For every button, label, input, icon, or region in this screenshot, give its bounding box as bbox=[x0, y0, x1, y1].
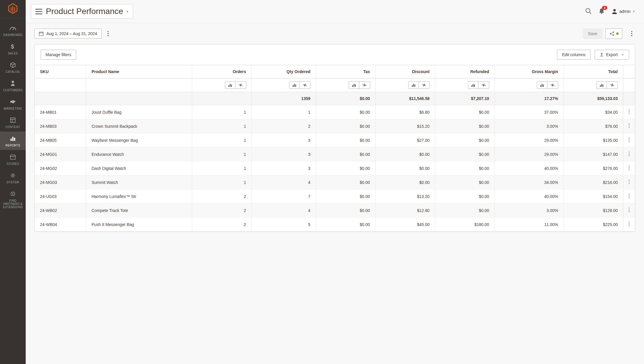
cell-name: Wayfarer Messenger Bag bbox=[86, 133, 192, 147]
svg-rect-2 bbox=[11, 118, 15, 123]
sidebar-item-system[interactable]: SYSTEM bbox=[0, 168, 26, 187]
compare-icon[interactable] bbox=[607, 82, 617, 89]
row-kebab-icon[interactable] bbox=[629, 152, 630, 157]
svg-point-10 bbox=[586, 8, 590, 13]
svg-point-75 bbox=[629, 223, 630, 225]
sidebar-item-sales[interactable]: $ SALES bbox=[0, 39, 26, 58]
cell-total: $154.00 bbox=[563, 189, 623, 203]
cell-refunded: $0.00 bbox=[435, 133, 494, 147]
sidebar-item-content[interactable]: CONTENT bbox=[0, 113, 26, 132]
col-discount[interactable]: Discount bbox=[375, 65, 435, 78]
cell-name: Dash Digital Watch bbox=[86, 161, 192, 175]
svg-point-21 bbox=[610, 33, 611, 34]
magento-logo[interactable] bbox=[0, 4, 26, 18]
totals-margin: 17.27% bbox=[494, 92, 563, 105]
manage-filters-button[interactable]: Manage filters bbox=[41, 50, 76, 60]
svg-rect-46 bbox=[543, 84, 544, 87]
svg-rect-14 bbox=[39, 32, 43, 36]
bar-chart-icon[interactable] bbox=[289, 82, 299, 89]
notifications-icon[interactable]: 3 bbox=[598, 8, 605, 15]
compare-icon[interactable] bbox=[299, 82, 310, 89]
svg-point-59 bbox=[629, 151, 630, 153]
cell-sku: 24-MB05 bbox=[35, 133, 86, 147]
svg-rect-42 bbox=[473, 84, 473, 87]
col-sku[interactable]: SKU bbox=[35, 65, 86, 78]
bar-chart-icon[interactable] bbox=[225, 82, 235, 89]
bar-chart-icon[interactable] bbox=[468, 82, 478, 89]
sidebar-item-marketing[interactable]: MARKETING bbox=[0, 95, 26, 113]
compare-icon[interactable] bbox=[359, 82, 370, 89]
svg-point-28 bbox=[631, 35, 632, 36]
row-kebab-icon[interactable] bbox=[629, 222, 630, 227]
row-kebab-icon[interactable] bbox=[629, 194, 630, 199]
chart-toggle[interactable] bbox=[289, 81, 310, 89]
chart-toggle[interactable] bbox=[225, 81, 246, 89]
sidebar-item-customers[interactable]: CUSTOMERS bbox=[0, 76, 26, 95]
cell-orders: 1 bbox=[192, 105, 251, 119]
cell-qty: 4 bbox=[251, 203, 316, 218]
kebab-icon[interactable] bbox=[628, 29, 635, 38]
export-button[interactable]: Export ▼ bbox=[595, 50, 629, 60]
row-kebab-icon[interactable] bbox=[629, 110, 630, 115]
bar-chart-icon[interactable] bbox=[597, 82, 607, 89]
sidebar-item-catalog[interactable]: CATALOG bbox=[0, 58, 26, 76]
save-button[interactable]: Save bbox=[583, 28, 603, 39]
sidebar-item-stores[interactable]: STORES bbox=[0, 150, 26, 168]
row-kebab-icon[interactable] bbox=[629, 138, 630, 143]
hamburger-icon[interactable] bbox=[35, 8, 42, 15]
col-orders[interactable]: Orders bbox=[192, 65, 251, 78]
report-toolbar: Aug 1, 2024 – Aug 31, 2024 Save bbox=[26, 23, 644, 44]
kebab-icon[interactable] bbox=[105, 29, 112, 38]
edit-columns-button[interactable]: Edit columns bbox=[557, 50, 590, 60]
row-kebab-icon[interactable] bbox=[629, 124, 630, 129]
sidebar-item-reports[interactable]: REPORTS bbox=[0, 132, 26, 150]
share-button[interactable] bbox=[605, 28, 622, 39]
cell-margin: 40.00% bbox=[494, 161, 563, 175]
col-margin[interactable]: Gross Margin bbox=[494, 65, 563, 78]
compare-icon[interactable] bbox=[235, 82, 246, 89]
page-title-dropdown[interactable]: Product Performance ▼ bbox=[31, 4, 133, 19]
calendar-icon bbox=[39, 31, 44, 36]
svg-rect-33 bbox=[294, 84, 295, 87]
col-tax[interactable]: Tax bbox=[316, 65, 375, 78]
col-total[interactable]: Total bbox=[563, 65, 623, 78]
sidebar-item-partners[interactable]: FIND PARTNERS & EXTENSIONS bbox=[0, 187, 26, 212]
cell-margin: 37.00% bbox=[494, 105, 563, 119]
cell-discount: $27.00 bbox=[375, 133, 435, 147]
cell-total: $216.00 bbox=[563, 175, 623, 189]
cell-total: $147.00 bbox=[563, 147, 623, 161]
col-qty[interactable]: Qty Ordered bbox=[251, 65, 316, 78]
cell-discount: $0.00 bbox=[375, 147, 435, 161]
bar-chart-icon[interactable] bbox=[537, 82, 547, 89]
col-name[interactable]: Product Name bbox=[86, 65, 192, 78]
dashboard-icon bbox=[1, 24, 25, 32]
svg-point-60 bbox=[629, 153, 630, 154]
svg-point-61 bbox=[629, 155, 630, 156]
svg-rect-6 bbox=[12, 137, 13, 141]
cell-margin: 3.00% bbox=[494, 203, 563, 218]
svg-point-64 bbox=[629, 169, 630, 170]
chart-toggle[interactable] bbox=[349, 81, 370, 89]
compare-icon[interactable] bbox=[478, 82, 489, 89]
cell-margin: 29.00% bbox=[494, 133, 563, 147]
row-kebab-icon[interactable] bbox=[629, 208, 630, 213]
bar-chart-icon[interactable] bbox=[409, 82, 419, 89]
chart-toggle[interactable] bbox=[537, 81, 558, 89]
svg-point-13 bbox=[613, 9, 616, 11]
row-kebab-icon[interactable] bbox=[629, 166, 630, 171]
store-icon bbox=[1, 153, 25, 161]
user-menu[interactable]: admin ▼ bbox=[611, 8, 635, 15]
cell-qty: 3 bbox=[251, 133, 316, 147]
bar-chart-icon[interactable] bbox=[349, 82, 359, 89]
chart-toggle[interactable] bbox=[468, 81, 489, 89]
date-range-picker[interactable]: Aug 1, 2024 – Aug 31, 2024 bbox=[34, 29, 102, 39]
compare-icon[interactable] bbox=[547, 82, 558, 89]
compare-icon[interactable] bbox=[419, 82, 429, 89]
col-refunded[interactable]: Refunded bbox=[435, 65, 494, 78]
sidebar-item-dashboard[interactable]: DASHBOARD bbox=[0, 21, 26, 39]
svg-rect-36 bbox=[353, 84, 354, 87]
search-icon[interactable] bbox=[585, 8, 592, 15]
chart-toggle[interactable] bbox=[408, 81, 430, 89]
row-kebab-icon[interactable] bbox=[629, 180, 630, 185]
chart-toggle[interactable] bbox=[596, 81, 618, 89]
